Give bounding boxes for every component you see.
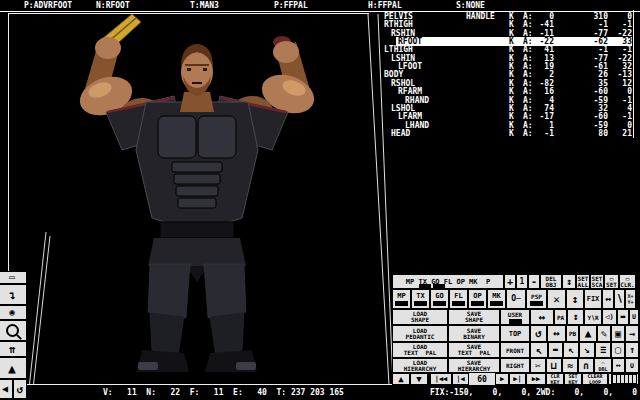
save-binary-button[interactable]: SAVEBINARY	[448, 325, 500, 342]
lines-icon-button[interactable]: ≡	[595, 342, 611, 358]
cursor-icon-button-2[interactable]: ↖	[563, 342, 579, 358]
cup-icon-button[interactable]: ∪	[629, 309, 639, 325]
cursor-icon-glyph: ↖	[536, 345, 543, 356]
go-button[interactable]: GO	[430, 289, 449, 309]
black-bar-icon-button-2[interactable]: ▬	[548, 342, 563, 358]
one-button[interactable]: 1	[516, 274, 528, 289]
mk-button[interactable]: MK	[487, 289, 506, 309]
bucket-icon-button[interactable]: ⊔	[546, 358, 562, 373]
top-view-button[interactable]: TOP	[500, 325, 530, 342]
mesh-stats: V: 11 N: 22 F: 11 E: 40 T: 237 203 165	[103, 386, 344, 400]
frame-down-button[interactable]: ▼	[410, 373, 428, 385]
fl-button[interactable]: FL	[449, 289, 468, 309]
minus-button[interactable]: -	[528, 274, 540, 289]
scissors-icon-button[interactable]: ✂	[530, 358, 546, 373]
right-view-button[interactable]: RIGHT	[500, 358, 530, 373]
rewind-button[interactable]: |◀	[452, 373, 469, 385]
menu-item-part[interactable]: P:ADVRFOOT	[24, 1, 72, 10]
pb-button[interactable]: PB	[566, 325, 579, 342]
del-obj-button[interactable]: DELOBJ	[540, 274, 562, 289]
plus-button[interactable]: +	[504, 274, 516, 289]
front-view-button[interactable]: FRONT	[500, 342, 530, 358]
fast-forward-button[interactable]: ▶▶	[526, 373, 546, 385]
load-text-pal-button[interactable]: LOADTEXT PAL	[392, 342, 448, 358]
load-shape-button[interactable]: LOADSHAPE	[392, 309, 448, 325]
diagonal-arrow-button[interactable]: ↘	[579, 342, 595, 358]
leftright-arrow-button-4[interactable]: ↔	[612, 358, 625, 373]
updown-arrow-button-2[interactable]: ↕	[566, 289, 584, 309]
tx-button[interactable]: TX	[411, 289, 430, 309]
lamp-icon-button[interactable]: ∩	[578, 358, 594, 373]
wave-icon-button[interactable]: ≈	[562, 358, 578, 373]
leftright-arrow-button-2[interactable]: ↔	[530, 309, 554, 325]
load-hierarchy-button[interactable]: LOADHIERARCHY	[392, 358, 448, 373]
clr-range-button[interactable]: ▭CLR.	[619, 274, 636, 289]
play-glyph: ▶	[500, 376, 504, 383]
viewport-border	[8, 13, 369, 14]
frame-number[interactable]: 60	[469, 373, 495, 385]
set-sca-button[interactable]: SETSCA	[590, 274, 604, 289]
mp-button[interactable]: MP	[392, 289, 411, 309]
fix-button[interactable]: FIX	[584, 289, 602, 309]
rewind-start-button[interactable]: |◀◀	[430, 373, 452, 385]
set-range-button[interactable]: ▭SET	[604, 274, 619, 289]
clear-loop-button[interactable]: CLEARLOOP	[582, 373, 608, 385]
hierarchy-cell-name: RFARM	[398, 88, 422, 96]
magnifier-icon-button[interactable]	[0, 320, 27, 341]
user-view-button[interactable]: USER	[500, 309, 530, 325]
down-arrow-box-icon-button[interactable]: ↴	[0, 284, 27, 305]
menu-item-selection[interactable]: S:NONE	[456, 1, 485, 10]
marquee-icon-button[interactable]: ▢	[611, 342, 625, 358]
hierarchy-row-lfarm[interactable]: LFARMKA:-17-60-1	[382, 113, 636, 121]
cursor-icon-glyph: ↖	[568, 345, 574, 355]
model-brow	[185, 64, 209, 66]
pen-icon-button[interactable]: ✎	[597, 325, 611, 342]
frame-up-button[interactable]: ▲	[392, 373, 410, 385]
play-to-end-button[interactable]: ▶|	[509, 373, 526, 385]
mode-strip-button[interactable]: MP TX GO FL OP MK P	[392, 274, 504, 289]
eye-icon-button[interactable]: ◉	[0, 305, 27, 320]
rewind-start-glyph: |◀◀	[435, 376, 448, 383]
load-pedantic-button[interactable]: LOADPEDANTIC	[392, 325, 448, 342]
right-arrow-button[interactable]: →	[625, 325, 639, 342]
monitor-icon-button[interactable]: ▣	[611, 325, 625, 342]
updown-arrow-button[interactable]: ↕	[562, 274, 576, 289]
u-shape-icon-button[interactable]: ∪	[625, 358, 639, 373]
dbl-button[interactable]: ◠DBL	[594, 358, 612, 373]
set-all-button[interactable]: SETALL	[576, 274, 590, 289]
double-up-arrow-icon-button[interactable]: ⇈	[0, 341, 27, 357]
speaker-icon-button[interactable]: ◁)	[602, 309, 617, 325]
collapse-arrows-button[interactable]: ✕	[547, 289, 566, 309]
rotate-left-icon-button[interactable]: ↺	[530, 325, 547, 342]
keyboard-icon-button[interactable]	[608, 373, 639, 385]
cursor-icon-button[interactable]: ↖	[530, 342, 548, 358]
clr-key-button[interactable]: CLRKEY	[546, 373, 564, 385]
save-hierarchy-button[interactable]: SAVEHIERARCHY	[448, 358, 500, 373]
pa-button[interactable]: PA	[554, 309, 567, 325]
set-key-button[interactable]: SETKEY	[564, 373, 582, 385]
key-icon-button[interactable]: O─	[506, 289, 526, 309]
yr-button[interactable]: Y∖R	[584, 309, 602, 325]
play-button[interactable]: ▶	[495, 373, 509, 385]
black-bar-icon-button[interactable]: ▬	[617, 309, 629, 325]
big-arrow-icon-button[interactable]: ▲	[0, 357, 27, 379]
hierarchy-row-head[interactable]: HEADKA:-18021	[382, 130, 636, 138]
psp-button[interactable]: PSP	[526, 289, 547, 309]
save-text-pal-button[interactable]: SAVETEXT PAL	[448, 342, 500, 358]
bar-icon-button[interactable]: ▭	[0, 271, 27, 284]
menu-item-hierarchy[interactable]: H:FFPAL	[368, 1, 402, 10]
menu-item-palette[interactable]: P:FFPAL	[274, 1, 308, 10]
leftright-arrow-button-3[interactable]: ↔	[547, 325, 566, 342]
leftright-arrow-button[interactable]: ↔	[602, 289, 614, 309]
3d-viewport[interactable]	[8, 13, 394, 385]
xy-button[interactable]: X+Y+	[625, 289, 636, 309]
big-up-arrow-button[interactable]: ▲	[579, 325, 597, 342]
save-shape-button[interactable]: SAVESHAPE	[448, 309, 500, 325]
updown-arrow-button-3[interactable]: ↕	[567, 309, 584, 325]
up-arrow-button[interactable]: ↑	[625, 342, 639, 358]
op-button[interactable]: OP	[468, 289, 487, 309]
hierarchy-row-rfarm[interactable]: RFARMKA:16-600	[382, 88, 636, 96]
menu-item-node[interactable]: N:RFOOT	[96, 1, 130, 10]
menu-item-texture[interactable]: T:MAN3	[190, 1, 219, 10]
diagonal-button[interactable]: ∖	[614, 289, 625, 309]
